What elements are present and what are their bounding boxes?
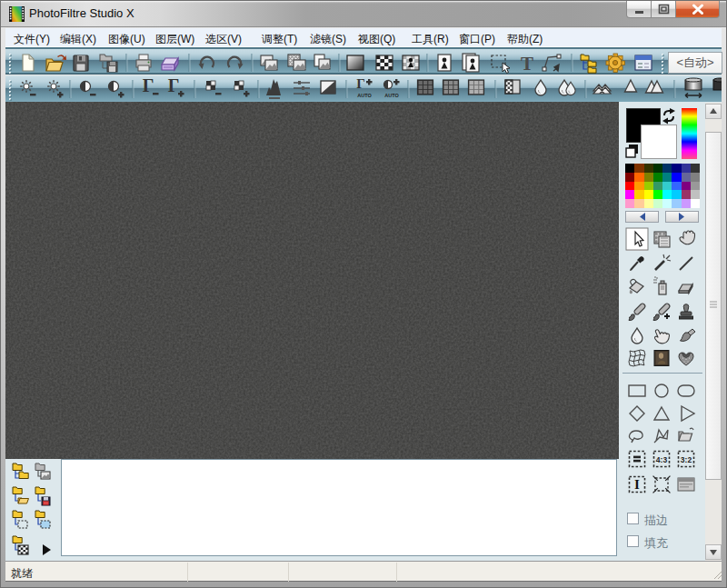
svg-text:Γ: Γ (143, 76, 154, 95)
svg-text:AUTO: AUTO (357, 93, 372, 98)
svg-text:Γ: Γ (356, 76, 365, 91)
svg-text:AUTO: AUTO (384, 93, 399, 98)
svg-text:Γ: Γ (168, 76, 180, 95)
svg-text:T: T (521, 53, 533, 75)
svg-text:3:2: 3:2 (681, 455, 692, 464)
svg-text:4:3: 4:3 (656, 455, 668, 464)
svg-text:I: I (634, 477, 640, 492)
